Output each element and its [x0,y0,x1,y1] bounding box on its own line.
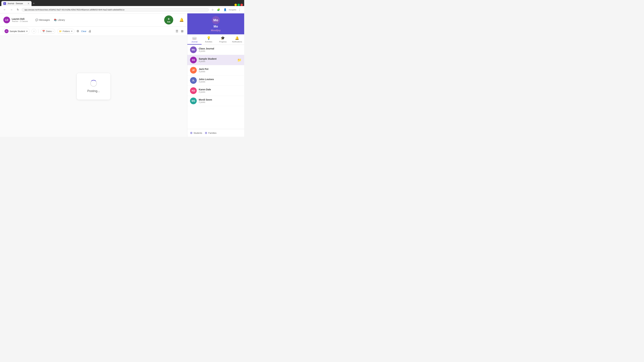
add-families-button[interactable]: ⊕ Families [205,131,216,135]
minimize-button[interactable] [234,4,237,6]
progress-tab-icon: 🎓 [221,36,225,40]
add-families-icon: ⊕ [205,131,207,135]
class-journal-posts: 4 posts [199,50,242,52]
student-posts-jack-pot: 3 posts [199,70,242,73]
user-role: Teacher · 2 Classes [12,20,28,22]
calendar-icon: 📅 [42,30,45,32]
active-tab[interactable]: S Journal - Seesaw ✕ [1,1,32,6]
student-info-sample-student: Sample Student 4 posts [199,57,235,62]
class-journal-name: Class Journal [199,47,242,50]
close-button[interactable] [240,4,243,6]
library-label: Library [58,18,65,21]
student-avatar-sample-student: SS [190,57,197,63]
students-label: Students [194,132,202,134]
student-posts-sample-student: 4 posts [199,60,235,62]
messages-label: Messages [39,18,50,21]
student-item-karen-dale[interactable]: KD Karen Dale 2 posts [187,86,244,96]
student-item-mordi-seem[interactable]: MS Mordi Seem 2 posts [187,96,244,106]
prev-student-button[interactable]: ‹ [32,29,36,33]
student-name-karen-dale: Karen Dale [199,88,242,91]
activities-tab-label: Activities [205,41,212,43]
user-avatar-initials: LD [5,18,8,21]
student-selector-name: Sample Student [10,30,25,32]
forward-button[interactable]: → [9,7,14,12]
profile-button[interactable]: 👤 [222,7,228,12]
menu-button[interactable]: ⋮ [237,7,242,12]
student-name-mordi-seem: Mordi Seem [199,98,242,101]
dates-label: Dates [46,30,52,32]
clear-button[interactable]: Clear [81,30,86,32]
address-bar[interactable]: app.seesaw.me/#/class/class.e01bf4c2-9a2… [22,8,209,11]
class-journal-avatar: Mo [190,46,197,53]
class-journal-item[interactable]: Mo Class Journal 4 posts [187,45,244,55]
folders-filter-button[interactable]: 📁 Folders ▼ [57,29,74,34]
maximize-button[interactable] [238,4,240,6]
add-button[interactable]: + Add [164,15,173,24]
student-item-jack-pot[interactable]: JP Jack Pot 3 posts [187,65,244,75]
class-journal-info: Class Journal 4 posts [199,47,242,52]
sidebar-bottom: ⊕ Students ⊕ Families [187,129,244,137]
student-name-john-louises: John Louises [199,78,242,81]
sidebar-avatar-text: Mo [213,18,218,22]
student-info-john-louises: John Louises 3 posts [199,78,242,83]
header-nav: 💬 Messages 📚 Library [36,18,65,22]
activities-tab-icon: 💡 [206,36,211,40]
user-details: Lauren Deli Teacher · 2 Classes [12,17,28,22]
progress-tab-label: Progress [219,41,226,43]
student-posts-karen-dale: 2 posts [199,91,242,93]
student-selector-avatar: SS [4,29,8,33]
student-avatar-jack-pot: JP [190,67,197,73]
user-name: Lauren Deli [12,17,28,20]
class-journal-avatar-text: Mo [192,48,195,51]
student-info-jack-pot: Jack Pot 3 posts [199,68,242,73]
student-item-sample-student[interactable]: SS Sample Student 4 posts 📁 [187,55,244,65]
back-button[interactable]: ← [2,7,8,12]
browser-tab-bar: S Journal - Seesaw ✕ + [0,0,244,6]
main-layout: LD Lauren Deli Teacher · 2 Classes 💬 Mes… [0,13,244,137]
list-view-button[interactable]: ☰ [174,29,179,34]
library-nav-item[interactable]: 📚 Library [54,18,65,22]
add-plus-icon: + [168,17,170,21]
grid-view-button[interactable]: ⊞ [180,29,184,34]
messages-nav-item[interactable]: 💬 Messages [36,18,50,22]
tab-progress[interactable]: 🎓 Progress [216,34,230,44]
sidebar-header: Mo Mo Moodjoy [187,13,244,34]
reload-button[interactable]: ↻ [16,7,20,12]
journal-tab-label: Journal [191,41,198,43]
folder-icon-sample-student: 📁 [237,58,242,62]
main-content: Posting... [0,36,187,137]
header-bell-icon[interactable]: 🔔 [179,18,184,22]
posting-modal: Posting... [77,73,110,99]
filter-bar: SS Sample Student ▼ ‹ 📅 Dates › 📁 Folder… [0,27,187,36]
student-selector[interactable]: SS Sample Student ▼ [3,28,30,34]
folder-icon: 📁 [59,30,62,32]
dates-filter-button[interactable]: 📅 Dates › [40,29,55,34]
tab-activities[interactable]: 💡 Activities [202,34,216,44]
student-list: Mo Class Journal 4 posts SS Sample Stude… [187,45,244,129]
filter-divider [38,29,38,33]
student-item-john-louises[interactable]: JL John Louises 3 posts [187,75,244,86]
loading-spinner [90,80,97,87]
tab-close-button[interactable]: ✕ [28,2,30,5]
incognito-label: Incognito [229,9,236,11]
extensions-button[interactable]: 🧩 [216,7,222,12]
user-info: LD Lauren Deli Teacher · 2 Classes [3,16,28,23]
tab-title: Journal - Seesaw [8,2,23,5]
sidebar-mo-avatar: Mo [212,16,220,24]
student-info-karen-dale: Karen Dale 2 posts [199,88,242,93]
sidebar-class-name: Moodjoy [211,29,221,32]
tab-journal[interactable]: 📖 Journal [187,34,202,44]
print-icon[interactable]: 🖨 [88,29,92,33]
student-name-sample-student: Sample Student [199,57,235,60]
new-tab-button[interactable]: + [32,1,36,6]
view-buttons: ☰ ⊞ [174,29,184,34]
add-students-button[interactable]: ⊕ Students [190,131,202,135]
url-text: app.seesaw.me/#/class/class.e01bf4c2-9a2… [24,9,124,11]
bookmark-button[interactable]: ☆ [210,7,215,12]
navigation-bar: ← → ↻ app.seesaw.me/#/class/class.e01bf4… [0,6,244,13]
tab-notifications[interactable]: 🔔 Notifications [230,34,244,44]
library-icon: 📚 [54,18,57,21]
content-area: LD Lauren Deli Teacher · 2 Classes 💬 Mes… [0,13,187,137]
filter-settings-icon[interactable]: ⚙ [76,29,79,33]
chevron-down-icon: ▼ [26,30,28,32]
